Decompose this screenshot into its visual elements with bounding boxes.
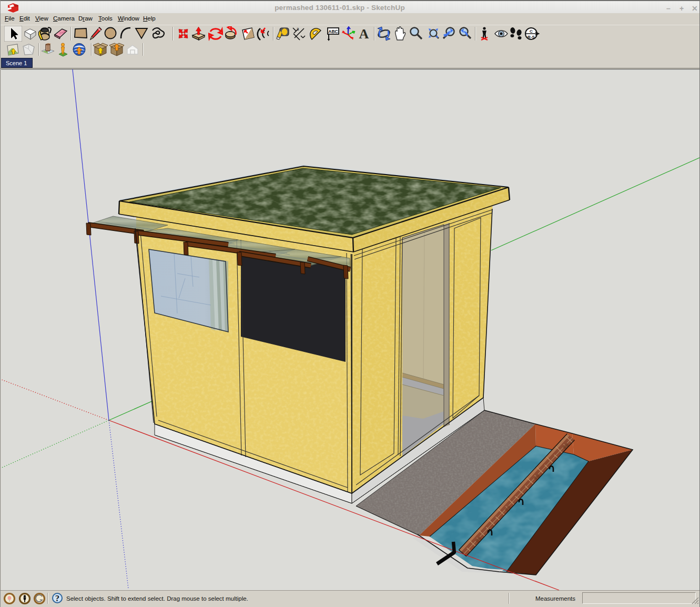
svg-text:A: A [359,26,369,41]
svg-text:ABC: ABC [328,29,338,34]
svg-text:?: ? [55,594,59,603]
svg-text:R-S: R-S [527,35,535,39]
svg-text:C: C [530,29,533,34]
svg-text:3: 3 [297,27,299,32]
